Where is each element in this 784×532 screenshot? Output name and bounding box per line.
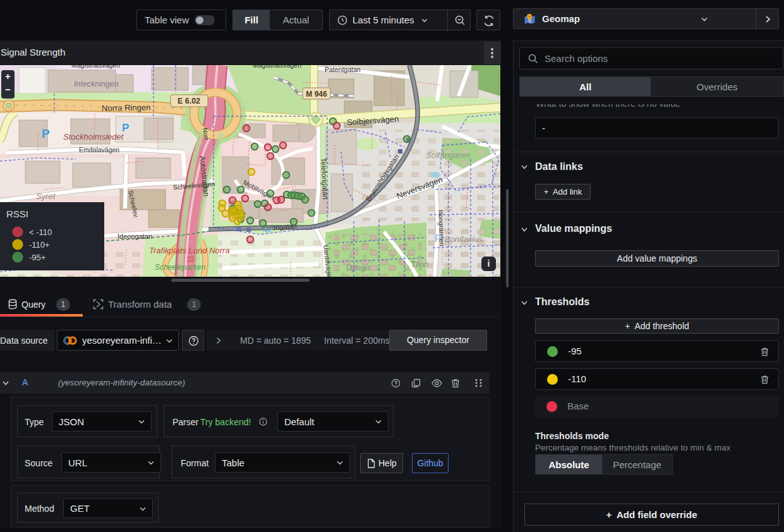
svg-text:Emdalavägen: Emdalavägen xyxy=(79,146,119,154)
svg-text:Djingis: Djingis xyxy=(346,263,371,272)
svg-text:Magistratsvägen: Magistratsvägen xyxy=(71,65,120,69)
svg-text:P: P xyxy=(122,122,129,134)
svg-text:E 6.02: E 6.02 xyxy=(178,97,200,106)
svg-text:Tlion: Tlion xyxy=(411,260,428,269)
svg-text:Norra Ringen: Norra Ringen xyxy=(102,102,151,112)
svg-text:Solfångaren: Solfångaren xyxy=(426,150,470,160)
svg-text:Inteckningen: Inteckningen xyxy=(74,80,119,88)
svg-text:22: 22 xyxy=(187,255,195,263)
svg-text:Syret: Syret xyxy=(36,191,56,201)
svg-text:P: P xyxy=(435,233,442,244)
svg-text:P: P xyxy=(42,127,50,140)
svg-text:Magistratsvägen: Magistratsvägen xyxy=(253,65,301,69)
svg-text:Scheeleparken: Scheeleparken xyxy=(155,263,205,272)
svg-text:Trafikplats Lund Norra: Trafikplats Lund Norra xyxy=(149,246,230,255)
svg-text:Ideongatan: Ideongatan xyxy=(118,233,152,240)
svg-text:Stockholmsledet: Stockholmsledet xyxy=(63,132,124,142)
svg-text:M 946: M 946 xyxy=(306,90,327,99)
svg-text:Bonifacius: Bonifacius xyxy=(445,234,483,244)
svg-text:Patentgatan: Patentgatan xyxy=(325,66,361,73)
